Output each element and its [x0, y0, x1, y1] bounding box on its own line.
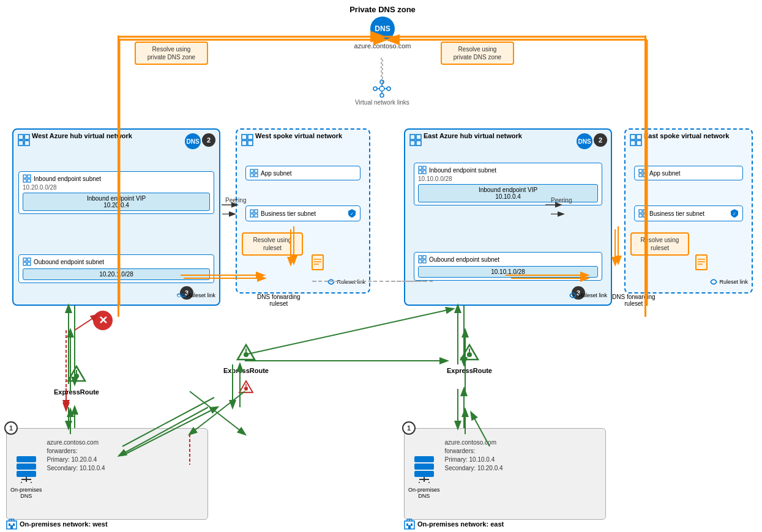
expressroute-west-left-icon	[65, 364, 88, 386]
svg-rect-77	[423, 171, 426, 174]
svg-rect-84	[630, 141, 635, 146]
onprem-west-badge: 1	[4, 421, 18, 435]
svg-rect-87	[643, 169, 646, 172]
expressroute-west-left-label: ExpressRoute	[54, 388, 99, 396]
svg-text:✓: ✓	[733, 212, 736, 216]
svg-rect-76	[419, 171, 422, 174]
east-business-shield-icon: ✓	[730, 209, 739, 218]
west-inbound-vip: Inbound endpoint VIP 10.20.0.4	[23, 193, 210, 211]
svg-point-29	[387, 87, 390, 91]
west-hub-dns-badge: DNS	[185, 133, 201, 149]
west-hub-vnet-icon	[17, 133, 31, 148]
private-dns-zone-label: Private DNS zone	[233, 5, 532, 14]
expressroute-center: ExpressRoute	[223, 342, 269, 397]
east-outbound-subnet-ip: 10.10.1.0/28	[418, 266, 598, 278]
west-outbound-subnet-label: Oubound endpoint subnet	[34, 259, 104, 265]
svg-rect-90	[639, 210, 642, 213]
onprem-west-server-icon: On-premises DNS	[10, 432, 42, 515]
onprem-east-network-label: On-premises network: east	[404, 519, 504, 530]
svg-rect-38	[18, 141, 23, 146]
west-hub-network: West Azure hub virtual network DNS 2 Inb…	[12, 128, 220, 306]
onprem-east-box: 1 On-premises DNS azure.contoso.com fo	[404, 428, 606, 520]
peering-west-label: Peering	[225, 197, 246, 204]
svg-rect-92	[639, 214, 642, 217]
peering-east-label: Peering	[551, 197, 572, 204]
svg-rect-86	[639, 169, 642, 172]
west-hub-badge-2: 2	[202, 133, 215, 147]
expressroute-west-left: ExpressRoute	[54, 364, 99, 396]
onprem-east-dns-info: azure.contoso.com forwarders: Primary: 1…	[445, 432, 503, 515]
diagram: Private DNS zone DNS azure.contoso.com V…	[0, 0, 762, 532]
vnet-links-icon	[373, 79, 391, 98]
svg-rect-112	[17, 456, 36, 462]
svg-rect-63	[255, 214, 258, 217]
svg-rect-135	[406, 523, 408, 526]
onprem-west-network-label: On-premises network: west	[6, 519, 108, 530]
west-spoke-resolve-ruleset: Resolve using ruleset	[242, 232, 303, 256]
east-spoke-vnet-icon	[629, 133, 643, 148]
svg-rect-45	[28, 175, 31, 178]
west-spoke-app-subnet: App subnet	[245, 166, 360, 180]
svg-rect-37	[24, 135, 29, 139]
svg-rect-66	[313, 256, 323, 269]
west-dns-ruleset-label: DNS forwarding ruleset	[257, 294, 301, 307]
svg-rect-56	[250, 169, 253, 172]
svg-rect-136	[411, 523, 413, 526]
svg-rect-83	[637, 135, 641, 139]
svg-rect-55	[248, 141, 253, 146]
east-hub-outbound-subnet: Oubound endpoint subnet 10.10.1.0/28	[414, 252, 602, 281]
west-spoke-network: West spoke virtual network App subnet Bu…	[236, 128, 370, 294]
east-hub-badge-2: 2	[594, 133, 607, 147]
onprem-east-building-icon	[404, 519, 415, 530]
svg-rect-81	[423, 260, 426, 263]
west-spoke-ruleset-link: Ruleset link	[327, 279, 365, 285]
onprem-west-label: On-premises network: west	[20, 520, 108, 528]
svg-rect-51	[28, 262, 31, 265]
west-inbound-subnet-label: Inbound endpoint subnet	[34, 175, 101, 182]
svg-point-30	[380, 94, 384, 97]
svg-point-31	[373, 87, 377, 91]
east-hub-dns-badge: DNS	[577, 133, 592, 149]
svg-rect-73	[416, 141, 421, 146]
west-spoke-business-subnet: Business tier subnet ✓	[245, 205, 360, 221]
svg-rect-57	[255, 169, 258, 172]
east-spoke-business-subnet-label: Business tier subnet	[649, 210, 704, 217]
east-spoke-app-subnet: App subnet	[634, 166, 743, 180]
east-spoke-app-subnet-label: App subnet	[649, 170, 681, 177]
expressroute-east-icon	[458, 342, 480, 364]
svg-rect-49	[28, 258, 31, 261]
svg-rect-79	[423, 256, 426, 259]
svg-rect-93	[643, 214, 646, 217]
svg-rect-52	[242, 135, 247, 139]
svg-point-104	[244, 352, 248, 357]
svg-rect-121	[13, 523, 15, 526]
svg-rect-54	[242, 141, 247, 146]
svg-rect-128	[414, 464, 434, 470]
east-spoke-title: East spoke virtual network	[626, 130, 752, 141]
expressroute-center-icon	[235, 342, 257, 364]
east-hub-vnet-icon	[409, 133, 422, 148]
svg-rect-70	[410, 135, 415, 139]
east-spoke-business-subnet: Business tier subnet ✓	[634, 205, 743, 221]
west-spoke-business-subnet-label: Business tier subnet	[261, 210, 316, 217]
vnet-links: Virtual network links	[355, 79, 409, 106]
svg-rect-88	[639, 174, 642, 177]
east-dns-ruleset-label: DNS forwarding ruleset	[612, 294, 656, 307]
svg-rect-85	[637, 141, 641, 146]
svg-rect-36	[18, 135, 23, 139]
svg-rect-47	[28, 179, 31, 182]
east-hub-inbound-subnet: Inbound endpoint subnet 10.10.0.0/28 Inb…	[414, 163, 602, 205]
onprem-west-dns-label: On-premises DNS	[10, 487, 42, 499]
expressroute-center-label: ExpressRoute	[223, 367, 269, 374]
east-inbound-subnet-ip: 10.10.0.0/28	[418, 175, 598, 182]
svg-rect-82	[630, 135, 635, 139]
west-spoke-vnet-icon	[241, 133, 254, 148]
vnet-links-label: Virtual network links	[355, 99, 409, 106]
onprem-west-building-icon	[6, 519, 17, 530]
west-spoke-app-subnet-label: App subnet	[261, 170, 292, 177]
svg-rect-78	[419, 256, 422, 259]
west-outbound-subnet-ip: 10.20.1.0/28	[23, 268, 210, 280]
error-circle: ✕	[93, 311, 113, 330]
svg-rect-120	[9, 523, 10, 526]
svg-rect-46	[23, 179, 26, 182]
